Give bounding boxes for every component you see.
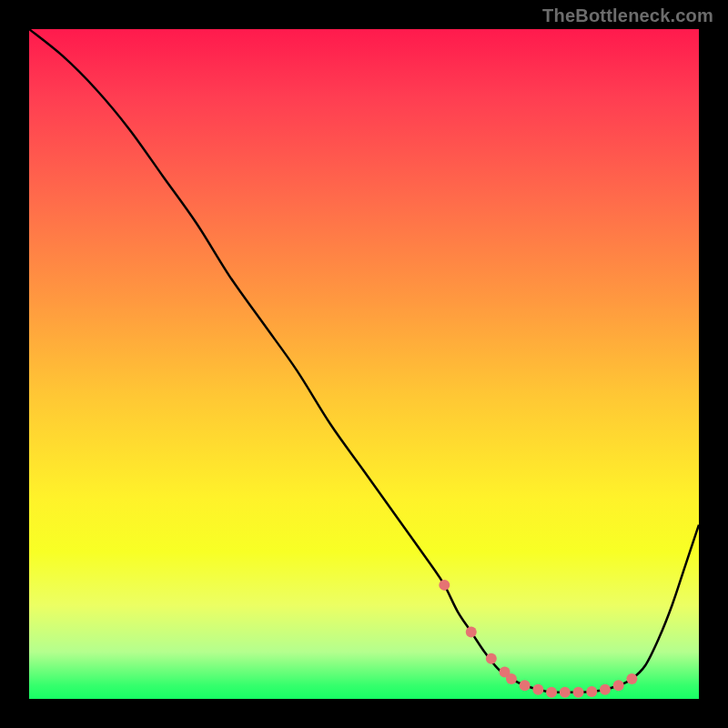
marker-dot [486, 653, 497, 664]
bottleneck-curve [29, 29, 699, 699]
marker-dot [546, 687, 557, 698]
chart-stage: TheBottleneck.com [0, 0, 728, 728]
marker-dot [466, 626, 477, 637]
marker-dot [626, 673, 637, 684]
watermark-text: TheBottleneck.com [542, 5, 713, 26]
marker-dot [532, 684, 543, 695]
marker-dot [600, 684, 611, 695]
marker-dot [586, 686, 597, 697]
marker-dot [506, 673, 517, 684]
marker-dot [439, 580, 450, 591]
marker-dots [439, 580, 637, 698]
curve-line [29, 29, 699, 693]
plot-area [29, 29, 699, 699]
marker-dot [613, 680, 624, 691]
marker-dot [560, 687, 571, 698]
marker-dot [573, 687, 584, 698]
marker-dot [520, 680, 531, 691]
